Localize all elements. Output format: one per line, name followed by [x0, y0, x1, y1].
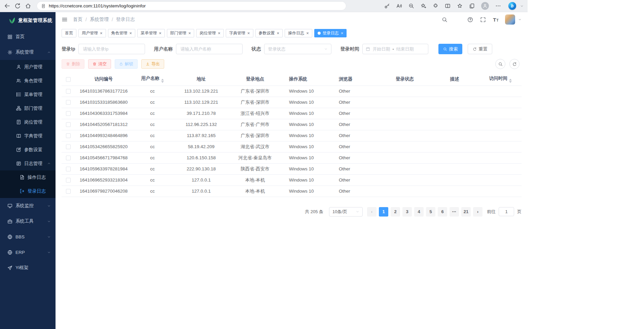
- font-size-icon[interactable]: TT: [493, 17, 499, 23]
- export-button[interactable]: 导出: [141, 59, 164, 69]
- sidebar-item-home[interactable]: 首页: [0, 29, 56, 44]
- page-button-5[interactable]: 5: [426, 207, 435, 217]
- zoom-out-icon[interactable]: [408, 3, 414, 9]
- search-icon[interactable]: [442, 17, 448, 23]
- sidebar-item-param-settings[interactable]: 参数设置: [0, 143, 56, 157]
- tab-dept-management[interactable]: 部门管理×: [167, 29, 194, 37]
- breadcrumb-home[interactable]: 首页: [73, 17, 82, 23]
- close-icon[interactable]: ×: [188, 31, 191, 35]
- row-checkbox[interactable]: [66, 89, 71, 94]
- tab-home[interactable]: 首页: [62, 29, 76, 37]
- sidebar-toggle-button[interactable]: [62, 17, 68, 23]
- key-icon[interactable]: [384, 3, 390, 9]
- row-checkbox[interactable]: [66, 122, 71, 127]
- bing-copilot-icon[interactable]: b: [508, 2, 516, 10]
- user-avatar[interactable]: [505, 14, 515, 25]
- tab-operation-log[interactable]: 操作日志×: [285, 29, 312, 37]
- row-checkbox[interactable]: [66, 111, 71, 116]
- sidebar-item-system-monitor[interactable]: 系统监控: [0, 198, 56, 213]
- sort-icon[interactable]: [509, 79, 512, 83]
- reset-button[interactable]: 重置: [468, 44, 492, 54]
- tab-role-management[interactable]: 角色管理×: [108, 29, 136, 37]
- sidebar-item-system-tools[interactable]: 系统工具: [0, 213, 56, 229]
- row-checkbox[interactable]: [66, 178, 71, 183]
- column-header-user-name[interactable]: 用户名称: [132, 73, 173, 86]
- chevron-down-icon[interactable]: [518, 18, 522, 21]
- table-refresh-button[interactable]: [509, 59, 520, 69]
- page-button-3[interactable]: 3: [402, 207, 412, 217]
- github-icon[interactable]: [455, 17, 460, 23]
- user-name-input[interactable]: [176, 44, 243, 54]
- chevron-down-icon[interactable]: [520, 4, 524, 8]
- page-button-2[interactable]: 2: [391, 207, 400, 217]
- sidebar-item-yi-framework[interactable]: Yi框架: [0, 260, 56, 275]
- collections-icon[interactable]: [469, 3, 475, 9]
- page-button-4[interactable]: 4: [414, 207, 424, 217]
- tab-user-management[interactable]: 用户管理×: [78, 29, 106, 37]
- sidebar-item-user-management[interactable]: 用户管理: [0, 60, 56, 74]
- prev-page-button[interactable]: ‹: [367, 207, 377, 217]
- browser-back-button[interactable]: [4, 3, 10, 9]
- close-icon[interactable]: ×: [218, 31, 220, 35]
- row-checkbox[interactable]: [66, 167, 71, 171]
- sidebar-item-post-management[interactable]: 岗位管理: [0, 115, 56, 129]
- split-screen-icon[interactable]: [445, 3, 451, 9]
- page-button-1[interactable]: 1: [379, 207, 388, 217]
- fullscreen-icon[interactable]: [480, 17, 486, 23]
- browser-home-button[interactable]: [25, 3, 31, 9]
- row-checkbox[interactable]: [66, 156, 71, 160]
- favorites-bar-icon[interactable]: [457, 3, 463, 9]
- favorite-add-icon[interactable]: [421, 3, 426, 9]
- sidebar-item-dict-management[interactable]: 字典管理: [0, 129, 56, 143]
- close-icon[interactable]: ×: [247, 31, 250, 35]
- tab-param-settings[interactable]: 参数设置×: [255, 29, 283, 37]
- app-logo[interactable]: 意框架管理系统: [0, 12, 56, 29]
- status-select[interactable]: 登录状态: [264, 44, 331, 54]
- breadcrumb-system-management[interactable]: 系统管理: [90, 17, 109, 23]
- sidebar-item-login-log[interactable]: 登录日志: [0, 184, 56, 198]
- row-checkbox[interactable]: [66, 133, 71, 138]
- unlock-button[interactable]: 解锁: [115, 59, 138, 69]
- login-time-range-picker[interactable]: 开始日期 - 结束日期: [362, 44, 428, 54]
- row-checkbox[interactable]: [66, 189, 71, 194]
- tab-dict-management[interactable]: 字典管理×: [226, 29, 253, 37]
- pager-ellipsis[interactable]: •••: [450, 207, 459, 217]
- sidebar-item-dept-management[interactable]: 部门管理: [0, 101, 56, 115]
- close-icon[interactable]: ×: [130, 31, 132, 35]
- sidebar-item-operation-log[interactable]: 操作日志: [0, 170, 56, 184]
- select-all-checkbox[interactable]: [66, 77, 71, 82]
- page-button-21[interactable]: 21: [461, 207, 471, 217]
- search-button[interactable]: 搜索: [438, 44, 462, 54]
- row-checkbox[interactable]: [66, 144, 71, 149]
- tab-post-management[interactable]: 岗位管理×: [196, 29, 224, 37]
- extensions-icon[interactable]: [433, 3, 438, 9]
- page-size-select[interactable]: 10条/页: [329, 207, 363, 217]
- close-icon[interactable]: ×: [341, 31, 344, 35]
- delete-button[interactable]: 删除: [62, 59, 84, 69]
- close-icon[interactable]: ×: [277, 31, 280, 35]
- close-icon[interactable]: ×: [306, 31, 309, 35]
- close-icon[interactable]: ×: [100, 31, 103, 35]
- login-ip-input[interactable]: [78, 44, 145, 54]
- sidebar-item-menu-management[interactable]: 菜单管理: [0, 88, 56, 101]
- sidebar-item-log-management[interactable]: 日志管理: [0, 157, 56, 170]
- table-search-toggle-button[interactable]: [495, 59, 505, 69]
- column-header-access-time[interactable]: 访问时间: [479, 73, 522, 86]
- tab-menu-management[interactable]: 菜单管理×: [137, 29, 165, 37]
- sidebar-item-system-management[interactable]: 系统管理: [0, 44, 56, 60]
- sidebar-item-bbs[interactable]: BBS: [0, 229, 56, 244]
- sidebar-item-erp[interactable]: ERP: [0, 244, 56, 260]
- row-checkbox[interactable]: [66, 100, 71, 105]
- goto-page-input[interactable]: [499, 207, 514, 216]
- browser-refresh-button[interactable]: [14, 3, 21, 9]
- profile-icon[interactable]: [481, 2, 489, 10]
- sidebar-item-role-management[interactable]: 角色管理: [0, 74, 56, 88]
- sort-icon[interactable]: [161, 79, 164, 83]
- more-icon[interactable]: [495, 3, 501, 9]
- address-bar[interactable]: https://ccnetcore.com:1101/system/log/lo…: [37, 1, 346, 10]
- help-icon[interactable]: [467, 17, 473, 23]
- clear-button[interactable]: 清空: [88, 59, 111, 69]
- close-icon[interactable]: ×: [159, 31, 162, 35]
- tab-login-log[interactable]: 登录日志×: [314, 29, 347, 37]
- page-button-6[interactable]: 6: [438, 207, 447, 217]
